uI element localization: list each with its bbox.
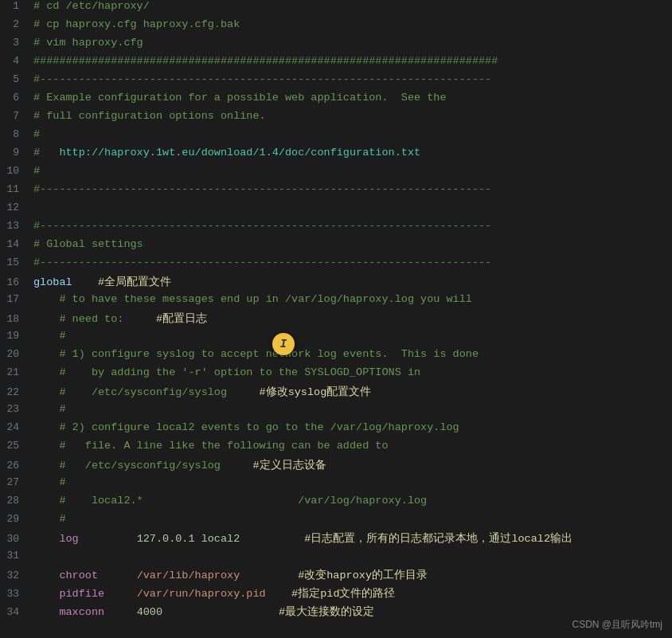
code-segment: #全局配置文件 <box>98 276 171 288</box>
code-segment: # /etc/sysconfig/syslog <box>33 460 252 472</box>
code-segment: # <box>33 476 66 488</box>
line-content: # need to: #配置日志 <box>30 311 672 326</box>
line-number: 17 <box>0 293 30 305</box>
line-row: 32 chroot /var/lib/haproxy #改变haproxy的工作… <box>0 568 672 586</box>
code-segment: /var/lib/haproxy <box>137 570 240 581</box>
code-segment <box>162 606 279 618</box>
code-segment <box>98 570 137 581</box>
line-number: 22 <box>0 386 30 398</box>
line-number: 32 <box>0 570 30 581</box>
line-row: 33 pidfile /var/run/haproxy.pid #指定pid文件… <box>0 586 672 605</box>
line-number: 13 <box>0 220 30 232</box>
code-segment: # to have these messages end up in /var/… <box>33 293 472 305</box>
code-segment: # <box>33 147 59 159</box>
code-segment: chroot <box>33 570 98 581</box>
code-segment: # by adding the '-r' option to the SYSLO… <box>33 366 420 378</box>
line-number: 8 <box>0 128 30 140</box>
line-number: 20 <box>0 348 30 360</box>
line-number: 16 <box>0 276 30 288</box>
line-row: 29 # <box>0 513 672 531</box>
line-content: # /etc/sysconfig/syslog #定义日志设备 <box>30 458 672 472</box>
code-segment: # cp haproxy.cfg haproxy.cfg.bak <box>33 18 240 30</box>
line-content: # full configuration options online. <box>30 110 672 122</box>
line-row: 12 <box>0 202 672 220</box>
line-row: 30 log 127.0.0.1 local2 #日志配置，所有的日志都记录本地… <box>0 531 672 550</box>
line-row: 17 # to have these messages end up in /v… <box>0 293 672 311</box>
line-row: 23 # <box>0 403 672 421</box>
code-segment: global <box>33 276 72 288</box>
line-content: # 1) configure syslog to accept network … <box>30 348 672 360</box>
line-number: 11 <box>0 183 30 195</box>
line-content: #---------------------------------------… <box>30 73 672 85</box>
line-number: 29 <box>0 513 30 525</box>
line-number: 2 <box>0 18 30 30</box>
line-number: 30 <box>0 533 30 545</box>
line-content: # file. A line like the following can be… <box>30 440 672 452</box>
code-segment: # full configuration options online. <box>33 110 266 122</box>
line-number: 7 <box>0 110 30 122</box>
line-content: # <box>30 513 672 525</box>
code-segment: # local2.* /var/log/haproxy.log <box>33 495 427 507</box>
line-number: 1 <box>0 0 30 12</box>
line-number: 12 <box>0 202 30 213</box>
code-segment: 127.0.0.1 local2 <box>137 533 240 545</box>
code-segment: #---------------------------------------… <box>33 73 491 85</box>
line-number: 33 <box>0 588 30 600</box>
code-segment: ########################################… <box>33 55 498 67</box>
line-row: 11#-------------------------------------… <box>0 183 672 202</box>
code-segment <box>72 276 98 288</box>
code-segment <box>240 533 304 545</box>
code-segment: # Example configuration for a possible w… <box>33 92 446 104</box>
line-content: # http://haproxy.1wt.eu/download/1.4/doc… <box>30 147 672 159</box>
line-content: # 2) configure local2 events to go to th… <box>30 421 672 433</box>
line-row: 16global #全局配置文件 <box>0 275 672 293</box>
line-number: 4 <box>0 55 30 67</box>
code-segment: # need to: <box>33 313 156 325</box>
line-content: pidfile /var/run/haproxy.pid #指定pid文件的路径 <box>30 586 672 601</box>
line-row: 15#-------------------------------------… <box>0 256 672 275</box>
line-row: 26 # /etc/sysconfig/syslog #定义日志设备 <box>0 458 672 476</box>
line-content: # cp haproxy.cfg haproxy.cfg.bak <box>30 18 672 30</box>
code-segment: #指定pid文件的路径 <box>291 588 395 600</box>
line-content: # <box>30 128 672 140</box>
line-content: #---------------------------------------… <box>30 220 672 232</box>
line-row: 13#-------------------------------------… <box>0 220 672 238</box>
line-row: 5#--------------------------------------… <box>0 73 672 92</box>
line-row: 22 # /etc/sysconfig/syslog #修改syslog配置文件 <box>0 385 672 403</box>
line-content: # local2.* /var/log/haproxy.log <box>30 495 672 507</box>
code-segment: /var/run/haproxy.pid <box>137 588 266 600</box>
code-segment: #---------------------------------------… <box>33 220 491 232</box>
line-row: 24 # 2) configure local2 events to go to… <box>0 421 672 440</box>
code-segment: 4000 <box>137 606 162 618</box>
line-content: # vim haproxy.cfg <box>30 37 672 49</box>
code-segment: #---------------------------------------… <box>33 183 491 195</box>
line-content: # <box>30 476 672 488</box>
line-row: 25 # file. A line like the following can… <box>0 440 672 458</box>
line-number: 26 <box>0 460 30 472</box>
code-segment <box>104 606 137 618</box>
code-segment: maxconn <box>33 606 104 618</box>
line-number: 21 <box>0 366 30 378</box>
line-row: 31 <box>0 550 672 568</box>
code-segment: #修改syslog配置文件 <box>260 386 372 398</box>
code-segment: # file. A line like the following can be… <box>33 440 389 452</box>
line-content: global #全局配置文件 <box>30 275 672 289</box>
line-number: 24 <box>0 421 30 433</box>
code-segment <box>240 570 298 581</box>
line-row: 2# cp haproxy.cfg haproxy.cfg.bak <box>0 18 672 37</box>
line-number: 9 <box>0 147 30 159</box>
line-row: 6# Example configuration for a possible … <box>0 92 672 110</box>
code-segment: # vim haproxy.cfg <box>33 37 143 49</box>
line-row: 9# http://haproxy.1wt.eu/download/1.4/do… <box>0 147 672 165</box>
line-row: 19 # <box>0 330 672 348</box>
code-segment: #配置日志 <box>156 313 207 325</box>
code-segment: # Global settings <box>33 238 143 250</box>
line-row: 10# <box>0 165 672 183</box>
line-content: maxconn 4000 #最大连接数的设定 <box>30 605 672 619</box>
line-content: # by adding the '-r' option to the SYSLO… <box>30 366 672 378</box>
line-content: # Example configuration for a possible w… <box>30 92 672 104</box>
line-number: 23 <box>0 403 30 415</box>
line-content: # /etc/sysconfig/syslog #修改syslog配置文件 <box>30 385 672 399</box>
line-row: 28 # local2.* /var/log/haproxy.log <box>0 495 672 513</box>
code-segment: #定义日志设备 <box>252 460 326 472</box>
